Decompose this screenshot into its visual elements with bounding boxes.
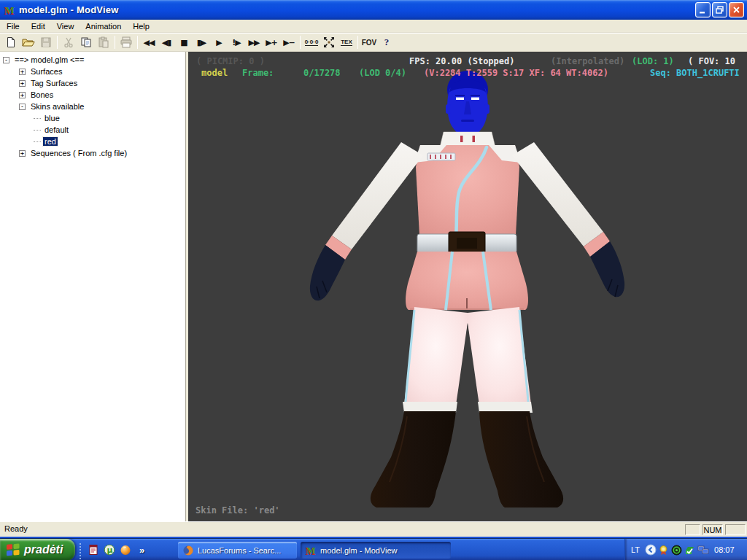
hud-lod: (LOD: 1) — [632, 56, 674, 66]
save-file-button[interactable] — [37, 34, 55, 50]
desktop: MM model.glm - ModView FileEditViewAnima… — [0, 0, 747, 560]
taskbar-task-model-glm-modview[interactable]: MMmodel.glm - ModView — [301, 542, 451, 559]
language-indicator[interactable]: LT — [631, 545, 640, 554]
menu-view[interactable]: View — [51, 20, 80, 32]
tree-label[interactable]: Skins available — [29, 102, 85, 111]
stop-icon: ■ — [180, 38, 187, 47]
stop-button[interactable]: ■ — [175, 34, 193, 50]
paste-button[interactable] — [95, 34, 112, 50]
hide-chevron-icon[interactable] — [644, 544, 657, 556]
tree-item-surfaces[interactable]: +Surfaces — [0, 66, 185, 77]
tree-item-tag-surfaces[interactable]: +Tag Surfaces — [0, 77, 185, 89]
expand-box[interactable]: + — [19, 92, 26, 98]
speed-up-icon: ▶+ — [266, 38, 277, 47]
tree-item-red[interactable]: red — [0, 136, 185, 147]
menu-animation[interactable]: Animation — [80, 20, 127, 32]
expand-box[interactable]: + — [19, 69, 26, 75]
tree-label[interactable]: Surfaces — [29, 67, 63, 76]
cut-scissors — [63, 36, 74, 48]
tree-label[interactable]: blue — [43, 114, 61, 122]
toolbar-grip[interactable] — [80, 543, 83, 559]
model-torso — [414, 132, 521, 236]
field-of-view-button[interactable]: FOV — [360, 34, 378, 50]
print-button[interactable] — [117, 34, 135, 50]
cut-button[interactable] — [60, 34, 77, 50]
window-title: model.glm - ModView — [19, 4, 118, 15]
tree-label[interactable]: Sequences ( From .cfg file) — [29, 149, 128, 158]
tree-label[interactable]: ==> model.glm <== — [13, 55, 85, 64]
collapse-box[interactable]: - — [19, 104, 26, 110]
tree-label[interactable]: default — [43, 125, 70, 134]
render-viewport[interactable]: ( PICMIP: 0 ) FPS: 20.00 (Stopped) (Inte… — [188, 52, 747, 521]
taskbar-task-lucasforums-searc[interactable]: LucasForums - Searc... — [178, 542, 297, 559]
modview-icon: MM — [305, 545, 317, 556]
menu-bar: FileEditViewAnimationHelp — [0, 20, 747, 33]
title-bar[interactable]: MM model.glm - ModView — [0, 0, 747, 20]
tree-label[interactable]: red — [43, 137, 58, 146]
orange-ball-icon[interactable] — [117, 542, 133, 558]
more-chevron-icon[interactable]: » — [139, 545, 144, 556]
toolbar-separator — [300, 36, 301, 49]
tree-item-default[interactable]: default — [0, 124, 185, 136]
tree-connector — [34, 118, 41, 119]
tree-item-bones[interactable]: +Bones — [0, 89, 185, 101]
minimize-button[interactable] — [695, 2, 711, 18]
hud-picmip: ( PICMIP: 0 ) — [196, 56, 265, 66]
rewind-to-start-button[interactable]: ◀◀ — [140, 34, 158, 50]
clock[interactable]: 08:07 — [714, 545, 735, 554]
open-file-button[interactable] — [20, 34, 37, 50]
fast-forward-icon: ▶▶ — [249, 38, 260, 47]
texture-toggle-icon: TEX — [341, 39, 352, 46]
document-icon[interactable] — [85, 542, 101, 558]
tree-item-blue[interactable]: blue — [0, 112, 185, 124]
svg-text:M: M — [307, 545, 316, 556]
task-label: model.glm - ModView — [320, 546, 398, 555]
expand-box[interactable]: + — [19, 150, 26, 157]
collapse-box[interactable]: - — [3, 57, 9, 63]
speed-down-icon: ▶− — [283, 38, 295, 47]
restore-button[interactable] — [712, 2, 727, 18]
model-tree[interactable]: -==> model.glm <==+Surfaces+Tag Surfaces… — [0, 52, 186, 521]
menu-help[interactable]: Help — [127, 20, 155, 32]
field-of-view-icon: FOV — [362, 39, 377, 47]
print — [120, 36, 133, 48]
frame-back-icon: ◀▮ — [162, 38, 171, 47]
reset-view-button[interactable] — [320, 34, 338, 50]
guard-icon[interactable] — [670, 544, 683, 556]
badge-icon[interactable] — [657, 544, 670, 556]
utorrent-icon[interactable]: µ — [101, 542, 117, 558]
help-button[interactable]: ? — [378, 34, 395, 50]
play-once-button[interactable]: !▶ — [228, 34, 245, 50]
hud-mesh-stats: (V:2284 T:2559 S:17 XF: 64 WT:4062) — [424, 68, 608, 78]
speed-down-button[interactable]: ▶− — [280, 34, 298, 50]
frame-forward-button[interactable]: ▮▶ — [193, 34, 210, 50]
skin-file-label: Skin File: 'red' — [196, 505, 280, 516]
expand-box[interactable]: + — [19, 80, 26, 87]
texture-toggle-button[interactable]: TEX — [338, 34, 355, 50]
help-icon: ? — [384, 36, 390, 48]
copy-button[interactable] — [77, 34, 95, 50]
menu-file[interactable]: File — [1, 20, 26, 32]
character-model[interactable] — [188, 52, 747, 521]
start-button[interactable]: pradėti — [0, 539, 75, 560]
status-panel-empty-1 — [685, 524, 700, 535]
check-icon[interactable] — [684, 544, 696, 556]
tree-item-model-glm[interactable]: -==> model.glm <== — [0, 54, 185, 66]
reset-origin-button[interactable]: 0·0·0 — [303, 34, 320, 50]
speed-up-button[interactable]: ▶+ — [263, 34, 280, 50]
play-button[interactable]: ▶ — [210, 34, 228, 50]
menu-edit[interactable]: Edit — [26, 20, 51, 32]
open-folder — [22, 36, 35, 48]
tree-label[interactable]: Tag Surfaces — [29, 79, 79, 88]
close-button[interactable] — [729, 2, 744, 18]
play-icon: ▶ — [216, 38, 221, 47]
num-lock-indicator: NUM — [703, 526, 721, 534]
new-document-button[interactable] — [2, 34, 20, 50]
tree-item-sequences-from-cfg-file[interactable]: +Sequences ( From .cfg file) — [0, 147, 185, 159]
network-icon[interactable] — [697, 544, 709, 556]
tree-label[interactable]: Bones — [29, 90, 55, 99]
fast-forward-button[interactable]: ▶▶ — [245, 34, 263, 50]
client-area: -==> model.glm <==+Surfaces+Tag Surfaces… — [0, 52, 747, 521]
tree-item-skins-available[interactable]: -Skins available — [0, 101, 185, 112]
frame-back-button[interactable]: ◀▮ — [158, 34, 175, 50]
